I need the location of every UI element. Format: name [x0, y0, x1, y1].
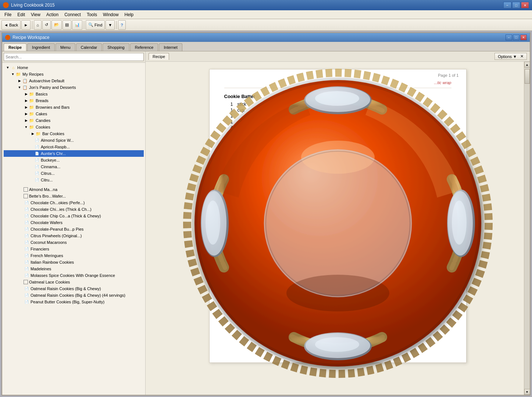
tree-item-choc-wafers[interactable]: 📄 Chocolate Wafers — [4, 219, 144, 226]
search-input[interactable] — [4, 53, 144, 61]
minimize-button[interactable]: − — [503, 2, 511, 8]
tree-toggle-home[interactable]: ▼ — [5, 65, 10, 70]
tree-item-molasses[interactable]: 📄 Molasses Spice Cookies With Orange Ess… — [4, 272, 144, 279]
menu-action[interactable]: Action — [43, 11, 61, 18]
tree-item-financiers[interactable]: 📄 Financiers — [4, 246, 144, 252]
tree-toggle-bar-cookies[interactable]: ▶ — [30, 131, 35, 136]
tree-item-cakes[interactable]: ▶ 📁 Cakes — [4, 111, 144, 117]
tree-item-jons[interactable]: ▼ 📋 Jon's Pastry and Desserts — [4, 84, 144, 91]
tree-item-bar-cookies[interactable]: ▶ 📁 Bar Cookies — [4, 130, 144, 137]
tree-item-choc-chip-thick[interactable]: 📄 Chocolate Chi...ies (Thick & Ch...) — [4, 206, 144, 213]
ws-maximize-button[interactable]: □ — [513, 35, 519, 40]
menu-view[interactable]: View — [28, 11, 43, 18]
scrollbar-down-button[interactable]: ▼ — [524, 389, 530, 395]
scrollbar-up-button[interactable]: ▲ — [524, 62, 530, 68]
recipe-view-tab[interactable]: Recipe — [149, 53, 169, 60]
tab-calendar[interactable]: Calendar — [76, 43, 102, 51]
tree-toggle-cakes[interactable]: ▶ — [24, 111, 29, 116]
tree-item-almond-ma[interactable]: Almond Ma...na — [4, 186, 144, 193]
tree-item-choc-chip-perf[interactable]: 📄 Chocolate Ch...okies (Perfe...) — [4, 199, 144, 206]
step-num-7: 7 — [224, 261, 227, 268]
tree-toggle-candies[interactable]: ▶ — [24, 118, 29, 123]
tab-internet[interactable]: Internet — [159, 43, 182, 51]
tree-item-home[interactable]: ▼ ⌂ Home — [4, 64, 144, 71]
tree-item-almond-spice[interactable]: 📄 Almond Spice W... — [4, 137, 144, 144]
tree-item-breads[interactable]: ▶ 📁 Breads — [4, 97, 144, 104]
open-button[interactable]: 📂 — [51, 20, 62, 30]
options-button[interactable]: Options ▼ ✕ — [494, 53, 527, 60]
tree-toggle-cookies[interactable]: ▼ — [24, 124, 29, 130]
vertical-scrollbar[interactable]: ▲ ▼ — [524, 62, 530, 395]
tree-item-madeleines[interactable]: 📄 Madeleines — [4, 266, 144, 272]
tab-recipe[interactable]: Recipe — [4, 43, 26, 51]
menu-connect[interactable]: Connect — [61, 11, 84, 18]
menu-tools[interactable]: Tools — [84, 11, 100, 18]
tree-item-apricot[interactable]: 📄 Apricot-Raspb... — [4, 144, 144, 150]
tree-item-oatmeal-lace[interactable]: Oatmeal Lace Cookies — [4, 279, 144, 285]
autoarchive-icon: 📋 — [22, 78, 28, 84]
tree-item-cookies[interactable]: ▼ 📁 Cookies — [4, 124, 144, 130]
tree-toggle-breads[interactable]: ▶ — [24, 98, 29, 103]
options-close-icon[interactable]: ✕ — [520, 54, 524, 59]
tree-toggle-jons[interactable]: ▼ — [17, 85, 22, 90]
tab-ingredient[interactable]: Ingredient — [27, 43, 55, 51]
close-button[interactable]: ✕ — [521, 2, 529, 8]
filter-button[interactable]: ▼ — [106, 20, 115, 30]
back-button[interactable]: ◄ Back — [1, 20, 21, 30]
tree-item-choc-chip-chewy[interactable]: 📄 Chocolate Chip Co...a (Thick & Chewy) — [4, 213, 144, 219]
tab-shopping[interactable]: Shopping — [103, 43, 129, 51]
ingredient-row-10: 1 teaspoon Ground nutmeg — [224, 165, 451, 171]
tree-toggle-basics[interactable]: ▶ — [24, 91, 29, 97]
tree-item-bettes[interactable]: Bette's Bro...Wafer... — [4, 193, 144, 199]
ing-unit-11: teaspoon — [235, 171, 268, 177]
recipe-icon-madeleines: 📄 — [24, 266, 29, 272]
ing-item-2: Egg — [268, 113, 451, 119]
menu-window[interactable]: Window — [100, 11, 122, 18]
tree-item-aunties[interactable]: 📄 Auntie's Chr... — [4, 150, 144, 157]
ws-close-button[interactable]: ✕ — [520, 35, 527, 40]
home-button[interactable]: ⌂ — [34, 20, 42, 30]
scrollbar-thumb[interactable] — [525, 69, 530, 84]
recipe-paper: Page 1 of 1 ...tic wrap Cookie Batter 1 … — [209, 69, 467, 363]
tree-item-autoarchive[interactable]: ▶ 📋 Autoarchive Default — [4, 77, 144, 84]
find-button[interactable]: 🔍 Find — [86, 20, 105, 30]
tree-item-myrecipes[interactable]: ▼ 📁 My Recipes — [4, 71, 144, 77]
tree-item-citrus1[interactable]: 📄 Citrus... — [4, 170, 144, 177]
checkbox-almond[interactable] — [24, 187, 28, 192]
maximize-button[interactable]: □ — [512, 2, 520, 8]
tree-item-citrus-pin[interactable]: 📄 Citrus Pinwheels (Original...) — [4, 232, 144, 239]
tree-item-citrus2[interactable]: 📄 Citru... — [4, 177, 144, 183]
recipe-plastic-wrap-note: ...tic wrap — [224, 80, 451, 88]
tree-item-oatmeal-raisin-44[interactable]: 📄 Oatmeal Raisin Cookies (Big & Chewy) (… — [4, 292, 144, 299]
tab-menu[interactable]: Menu — [56, 43, 75, 51]
tab-reference[interactable]: Reference — [130, 43, 158, 51]
help-button[interactable]: ? — [118, 20, 126, 30]
menu-help[interactable]: Help — [122, 11, 137, 18]
tree-item-buckeye[interactable]: 📄 Buckeye... — [4, 157, 144, 163]
tree-item-italian[interactable]: 📄 Italian Rainbow Cookies — [4, 259, 144, 266]
tree-item-basics[interactable]: ▶ 📁 Basics — [4, 91, 144, 97]
ws-minimize-button[interactable]: − — [506, 35, 512, 40]
tree-item-cinnamon[interactable]: 📄 Cinnama... — [4, 163, 144, 170]
tree-item-coconut[interactable]: 📄 Coconut Macaroons — [4, 239, 144, 246]
tree-item-peanut-butter[interactable]: 📄 Peanut Butter Cookies (Big, Super-Nutt… — [4, 299, 144, 305]
tree-item-candies[interactable]: ▶ 📁 Candies — [4, 117, 144, 124]
tree-toggle-myrecipes[interactable]: ▼ — [10, 72, 15, 77]
menu-file[interactable]: File — [1, 11, 14, 18]
forward-button[interactable]: ► — [21, 20, 31, 30]
recipe-page[interactable]: Page 1 of 1 ...tic wrap Cookie Batter 1 … — [146, 62, 530, 395]
checkbox-oatmeal-lace[interactable] — [24, 280, 28, 284]
scrollbar-track[interactable] — [524, 68, 530, 389]
tree-item-oatmeal-raisin-big[interactable]: 📄 Oatmeal Raisin Cookies (Big & Chewy) — [4, 285, 144, 292]
tree-item-french[interactable]: 📄 French Meringues — [4, 252, 144, 259]
tree-toggle-autoarchive[interactable]: ▶ — [17, 78, 22, 83]
refresh-button[interactable]: ↺ — [42, 20, 51, 30]
print-button[interactable]: ▤ — [63, 20, 71, 30]
tree-toggle-brownies[interactable]: ▶ — [24, 105, 29, 110]
checkbox-bettes[interactable] — [24, 194, 28, 198]
charts-button[interactable]: 📊 — [72, 20, 82, 30]
tree-item-brownies[interactable]: ▶ 📁 Brownies and Bars — [4, 104, 144, 111]
workspace-titlebar: Recipe Workspace − □ ✕ — [2, 33, 530, 42]
tree-item-choc-pb-pies[interactable]: 📄 Chocolate-Peanut Bu...p Pies — [4, 226, 144, 232]
menu-edit[interactable]: Edit — [14, 11, 28, 18]
